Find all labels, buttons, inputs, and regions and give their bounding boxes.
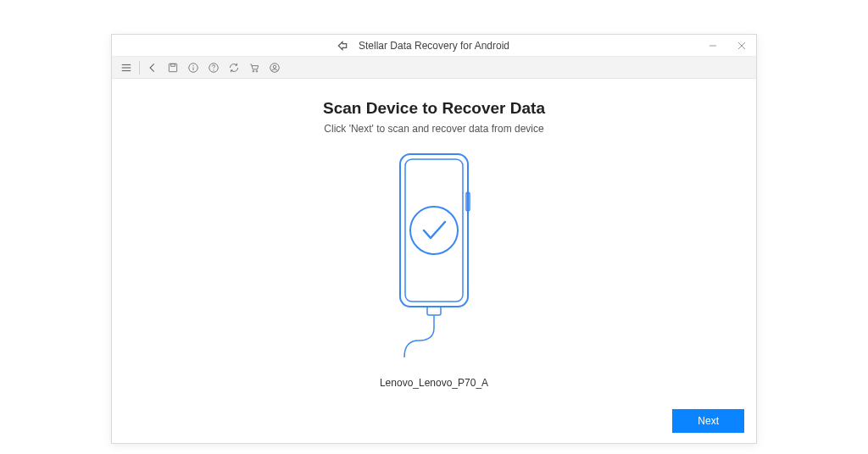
window-title: Stellar Data Recovery for Android [359, 40, 509, 52]
svg-point-12 [213, 69, 214, 70]
save-icon[interactable] [164, 58, 182, 77]
svg-rect-21 [427, 307, 441, 315]
svg-point-20 [410, 207, 458, 254]
svg-point-13 [253, 70, 254, 72]
app-logo-icon [337, 40, 348, 52]
user-icon[interactable] [265, 58, 284, 77]
back-icon[interactable] [143, 58, 162, 77]
svg-rect-6 [169, 64, 176, 71]
titlebar: Stellar Data Recovery for Android [112, 35, 756, 57]
toolbar-separator [139, 61, 140, 75]
help-icon[interactable] [204, 58, 223, 77]
page-heading: Scan Device to Recover Data [112, 99, 756, 118]
svg-point-14 [256, 70, 258, 72]
main-content: Scan Device to Recover Data Click 'Next'… [112, 79, 756, 443]
next-button[interactable]: Next [672, 409, 744, 433]
device-name-label: Lenovo_Lenovo_P70_A [112, 377, 756, 389]
window-controls [698, 35, 756, 57]
footer: Next [672, 409, 744, 433]
refresh-icon[interactable] [225, 58, 243, 77]
svg-point-16 [273, 65, 276, 69]
toolbar [112, 57, 756, 79]
info-icon[interactable] [184, 58, 203, 77]
minimize-button[interactable] [698, 35, 727, 57]
app-window: Stellar Data Recovery for Android [111, 34, 757, 444]
svg-rect-7 [171, 64, 175, 66]
svg-point-9 [192, 65, 193, 66]
page-subheading: Click 'Next' to scan and recover data fr… [112, 123, 756, 135]
svg-rect-18 [405, 159, 463, 302]
menu-icon[interactable] [117, 58, 136, 77]
close-button[interactable] [727, 35, 756, 57]
device-illustration [112, 150, 756, 362]
cart-icon[interactable] [245, 58, 264, 77]
